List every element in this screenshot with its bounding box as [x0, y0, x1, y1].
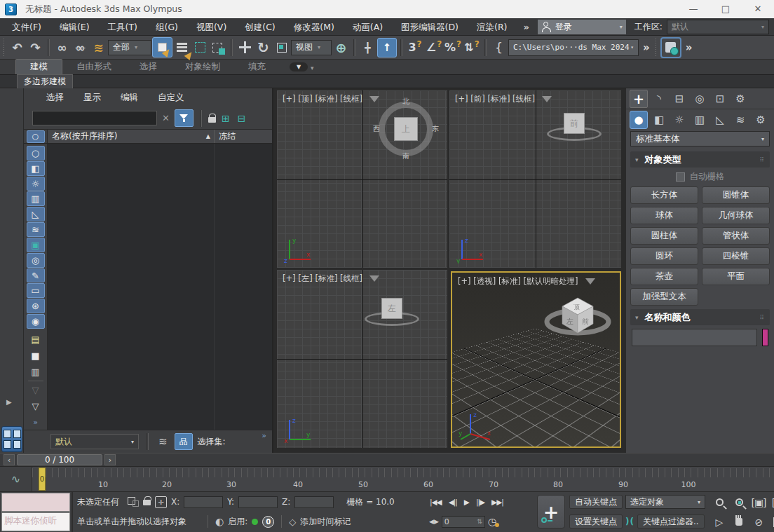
viewport-perspective[interactable]: [+] [透视] [标准] [默认明暗处理] 顶 左 前 z x y: [451, 271, 621, 448]
name-color-rollout-header[interactable]: ▾ 名称和颜色 ⠿: [630, 309, 770, 325]
viewcube[interactable]: 左: [365, 295, 419, 339]
zoom-all-button[interactable]: [729, 493, 749, 512]
close-button[interactable]: ✕: [742, 0, 774, 18]
display-geometry-icon[interactable]: ○: [27, 146, 45, 161]
viewcube-face[interactable]: 左: [381, 298, 402, 319]
viewport-layout-tabs-button[interactable]: [1, 426, 22, 452]
auto-key-button[interactable]: 自动关键点: [569, 495, 623, 509]
explorer-overflow-icon[interactable]: »: [27, 415, 45, 430]
explorer-menu[interactable]: 选择: [36, 92, 74, 104]
minimize-button[interactable]: —: [677, 0, 710, 18]
frame-step-arrows-icon[interactable]: ◀▶: [426, 518, 442, 525]
explorer-menu[interactable]: 编辑: [111, 92, 148, 104]
pan-button[interactable]: [729, 512, 749, 532]
menu-overflow-button[interactable]: »: [516, 22, 536, 32]
select-and-link-button[interactable]: ∞: [53, 38, 71, 57]
hierarchy-view-button[interactable]: 品: [175, 433, 193, 450]
viewcube[interactable]: 前: [547, 110, 602, 154]
modify-tab[interactable]: ◝: [650, 90, 668, 108]
toolbar-overflow-button[interactable]: »: [682, 41, 696, 54]
funnel-icon[interactable]: [585, 278, 595, 285]
previous-frame-button[interactable]: ‹: [4, 454, 15, 465]
hierarchy-tab[interactable]: ⊟: [670, 90, 688, 108]
autogrid-checkbox[interactable]: [676, 172, 685, 182]
timeline-ruler[interactable]: 102030405060708090100 0: [32, 467, 774, 491]
display-lights-icon[interactable]: ☼: [27, 177, 45, 191]
icon-divider[interactable]: [28, 381, 43, 381]
lock-icon[interactable]: [208, 117, 216, 123]
polygon-modeling-panel-tab[interactable]: 多边形建模: [17, 74, 73, 89]
funnel-icon[interactable]: [369, 275, 379, 282]
collapse-all-icon[interactable]: ⊟: [236, 113, 248, 124]
playback-go-start-button[interactable]: |◀◀: [426, 498, 445, 506]
object-type-button[interactable]: 球体: [630, 207, 698, 224]
spinner-snap-toggle[interactable]: ⇅?: [463, 41, 481, 54]
filter-funnel-icon[interactable]: ▽: [27, 399, 45, 414]
display-particles-icon[interactable]: ⊛: [27, 299, 45, 313]
toolbar-drag-handle[interactable]: [2, 39, 6, 57]
select-and-scale-button[interactable]: [273, 38, 290, 57]
menu-item[interactable]: 动画(A): [344, 18, 392, 36]
explorer-menu[interactable]: 显示: [74, 92, 111, 104]
object-type-rollout-header[interactable]: ▾ 对象类型 ⠿: [630, 151, 770, 168]
explorer-filter-button[interactable]: [175, 109, 194, 127]
zoom-button[interactable]: [710, 493, 729, 512]
maxscript-mini-listener-white[interactable]: 脚本迷你侦听: [1, 512, 70, 531]
mini-curve-editor-button[interactable]: ∿: [0, 467, 32, 491]
reference-coordinate-dropdown[interactable]: 视图 ▾: [291, 40, 332, 55]
add-time-tag[interactable]: 添加时间标记: [300, 516, 351, 528]
viewport-top[interactable]: [+] [顶] [标准] [线框] 上 北 南 西 东 y x z: [277, 90, 447, 268]
time-configuration-icon[interactable]: ◷: [488, 516, 496, 527]
playback-go-end-button[interactable]: ▶▶|: [488, 498, 507, 506]
compass-west[interactable]: 西: [373, 124, 380, 134]
rectangular-selection-region-button[interactable]: [191, 38, 209, 57]
cameras-category[interactable]: ▥: [691, 111, 709, 129]
transform-gizmo-icon[interactable]: ✛: [155, 496, 167, 508]
playback-prev-frame-button[interactable]: ◀||: [445, 498, 461, 506]
display-groups-icon[interactable]: ▣: [27, 238, 45, 252]
create-tab[interactable]: +: [630, 90, 648, 108]
viewport-perspective-label[interactable]: [+] [透视] [标准] [默认明暗处理]: [458, 276, 595, 287]
viewport-left[interactable]: [+] [左] [标准] [线框] 左 z y x: [277, 270, 447, 448]
explorer-object-list[interactable]: [48, 144, 272, 430]
list-view-icon[interactable]: ▤: [27, 332, 45, 347]
menu-item[interactable]: 工具(T): [99, 18, 147, 36]
object-type-button[interactable]: 长方体: [630, 186, 698, 204]
frozen-column-header[interactable]: 冻结: [215, 130, 272, 142]
funnel-icon[interactable]: [542, 96, 552, 102]
object-type-button[interactable]: 圆锥体: [702, 186, 770, 204]
systems-category[interactable]: ⚙: [752, 111, 770, 129]
viewcube[interactable]: 顶 左 前: [537, 285, 614, 341]
percent-snap-toggle[interactable]: %?: [444, 41, 462, 54]
display-bones-icon[interactable]: ◎: [27, 253, 45, 268]
helpers-category[interactable]: ◺: [711, 111, 729, 129]
menu-item[interactable]: 创建(C): [236, 18, 284, 36]
display-cameras-icon[interactable]: ▥: [27, 191, 45, 206]
object-type-button[interactable]: 茶壶: [630, 268, 698, 285]
shapes-category[interactable]: ◧: [650, 111, 668, 129]
object-type-button[interactable]: 圆柱体: [630, 227, 698, 245]
y-coordinate-field[interactable]: [238, 496, 278, 508]
ribbon-tab[interactable]: 选择: [125, 60, 171, 74]
compass-north[interactable]: 北: [402, 97, 409, 107]
menu-item[interactable]: 编辑(E): [50, 18, 99, 36]
detail-view-icon[interactable]: ▥: [27, 364, 45, 379]
menu-item[interactable]: 渲染(R): [468, 18, 516, 36]
object-type-button[interactable]: 几何球体: [702, 207, 770, 224]
zero-badge[interactable]: 0: [262, 516, 274, 528]
clear-search-icon[interactable]: ✕: [161, 113, 171, 123]
use-pivot-point-center-button[interactable]: ⊕: [332, 38, 350, 57]
explorer-preset-dropdown[interactable]: 默认 ▾: [50, 434, 139, 449]
explorer-menu[interactable]: 自定义: [148, 92, 194, 104]
key-filters-button[interactable]: 关键点过滤器..: [637, 514, 705, 528]
lights-category[interactable]: ☼: [670, 111, 688, 129]
key-selection-dropdown[interactable]: 选定对象 ▾: [625, 495, 705, 509]
isolate-selection-icon[interactable]: [128, 497, 139, 507]
ribbon-tab[interactable]: 对象绘制: [171, 60, 234, 74]
field-of-view-button[interactable]: ▷: [710, 512, 729, 532]
viewport-front-label[interactable]: [+] [前] [标准] [线框]: [455, 94, 552, 104]
compass-east[interactable]: 东: [432, 124, 439, 134]
viewport-front[interactable]: [+] [前] [标准] [线框] 前 z x y: [449, 90, 621, 268]
unlink-selection-button[interactable]: ∞: [72, 38, 89, 57]
menu-item[interactable]: 修改器(M): [285, 18, 344, 36]
